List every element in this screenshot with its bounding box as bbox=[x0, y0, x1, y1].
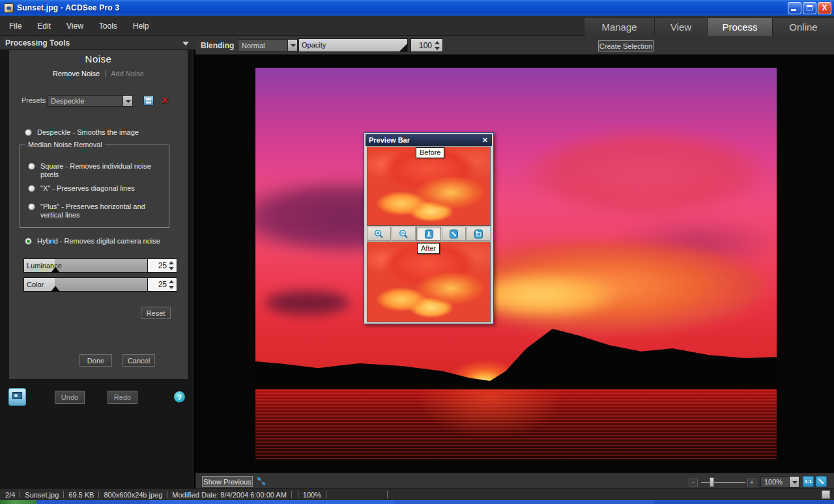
color-value-field[interactable]: 25 bbox=[147, 277, 177, 292]
blend-mode-select[interactable]: Normal bbox=[238, 39, 298, 51]
tab-add-noise[interactable]: Add Noise bbox=[111, 70, 144, 77]
tab-manage[interactable]: Manage bbox=[584, 18, 654, 36]
zoom-slider-track[interactable] bbox=[701, 482, 745, 483]
start-button-edge[interactable] bbox=[0, 500, 36, 504]
opacity-spinner[interactable] bbox=[435, 41, 440, 50]
plus-radio[interactable] bbox=[28, 203, 35, 210]
pin-icon bbox=[424, 229, 434, 239]
opacity-label: Opacity bbox=[302, 41, 326, 49]
fit-image-button[interactable] bbox=[442, 227, 466, 241]
fit-image-button-bottom[interactable] bbox=[816, 476, 827, 487]
titlebar: Sunset.jpg - ACDSee Pro 3 X bbox=[0, 0, 834, 16]
sunset-photo bbox=[255, 68, 777, 460]
luminance-value: 25 bbox=[158, 261, 167, 270]
status-modified: Modified Date: 8/4/2004 6:00:00 AM bbox=[172, 491, 287, 499]
before-preview-image bbox=[367, 147, 491, 226]
minimize-button[interactable] bbox=[788, 2, 801, 14]
despeckle-radio[interactable] bbox=[25, 129, 32, 136]
luminance-slider[interactable]: Luminance bbox=[23, 259, 147, 273]
tab-process[interactable]: Process bbox=[707, 18, 772, 36]
zoom-slider-thumb[interactable] bbox=[710, 477, 714, 487]
minimize-icon bbox=[791, 9, 796, 11]
color-slider[interactable]: Color bbox=[23, 277, 147, 292]
plus-label: "Plus" - Preserves horizontal and vertic… bbox=[40, 203, 158, 219]
actual-size-button[interactable] bbox=[467, 227, 491, 241]
restore-button[interactable] bbox=[803, 2, 816, 14]
color-slider-thumb[interactable] bbox=[51, 286, 60, 292]
tab-view[interactable]: View bbox=[654, 18, 707, 36]
despeckle-radio-row[interactable]: Despeckle - Smooths the image bbox=[25, 128, 175, 137]
undo-button[interactable]: Undo bbox=[55, 391, 85, 404]
color-spinner[interactable] bbox=[169, 280, 175, 289]
delete-preset-icon[interactable]: ✕ bbox=[160, 95, 170, 105]
resize-arrows-icon[interactable] bbox=[256, 476, 266, 486]
after-label: After bbox=[417, 243, 440, 254]
create-selection-button[interactable]: Create Selection bbox=[598, 40, 654, 51]
group-title: Median Noise Removal bbox=[25, 141, 105, 148]
opacity-value: 100 bbox=[419, 41, 432, 50]
pin-preview-button[interactable] bbox=[416, 227, 440, 241]
fit-arrow-icon bbox=[818, 478, 825, 485]
zoom-in-button-bottom[interactable]: + bbox=[747, 479, 756, 486]
status-grip-icon bbox=[822, 490, 830, 499]
mode-tabs: Manage View Process Online bbox=[584, 18, 834, 36]
zoom-level-select[interactable]: 100% bbox=[760, 476, 799, 488]
plus-radio-row[interactable]: "Plus" - Preserves horizontal and vertic… bbox=[28, 203, 158, 219]
sidebar: Noise Remove Noise Add Noise Presets Des… bbox=[0, 50, 195, 488]
color-value: 25 bbox=[158, 280, 167, 289]
opacity-slider[interactable]: Opacity bbox=[298, 38, 408, 52]
reset-button[interactable]: Reset bbox=[141, 307, 171, 319]
menu-tools[interactable]: Tools bbox=[99, 21, 117, 31]
menu-help[interactable]: Help bbox=[133, 21, 149, 31]
tab-remove-noise[interactable]: Remove Noise bbox=[53, 70, 100, 77]
hybrid-radio[interactable] bbox=[25, 238, 32, 245]
opacity-value-field[interactable]: 100 bbox=[410, 38, 443, 52]
presets-dropdown-icon[interactable] bbox=[122, 96, 132, 106]
help-icon[interactable]: ? bbox=[174, 391, 185, 402]
menu-file[interactable]: File bbox=[9, 21, 22, 31]
actual-size-button-bottom[interactable]: 1:1 bbox=[803, 476, 814, 487]
presets-select[interactable]: Despeckle bbox=[47, 95, 133, 107]
tab-online[interactable]: Online bbox=[772, 18, 834, 36]
square-radio-row[interactable]: Square - Removes individual noise pixels bbox=[28, 162, 165, 179]
zoom-out-button[interactable] bbox=[392, 227, 416, 241]
hybrid-radio-row[interactable]: Hybrid - Removes digital camera noise bbox=[25, 237, 181, 245]
processing-tools-label: Processing Tools bbox=[5, 38, 70, 48]
luminance-slider-thumb[interactable] bbox=[51, 267, 60, 273]
preview-bar-titlebar[interactable]: Preview Bar ✕ bbox=[366, 134, 492, 146]
zoom-level-value: 100% bbox=[761, 478, 789, 486]
show-previous-button[interactable]: Show Previous bbox=[202, 476, 253, 487]
done-button[interactable]: Done bbox=[79, 354, 112, 367]
preview-bar-dialog: Preview Bar ✕ Before bbox=[364, 132, 494, 324]
x-radio[interactable] bbox=[28, 185, 35, 192]
luminance-spinner[interactable] bbox=[169, 261, 175, 270]
status-position: 2/4 bbox=[5, 491, 15, 499]
chevron-down-icon bbox=[182, 42, 189, 46]
menubar: File Edit View Tools Help Manage View Pr… bbox=[0, 16, 834, 36]
before-label: Before bbox=[416, 147, 444, 158]
blend-mode-dropdown-icon[interactable] bbox=[287, 40, 297, 51]
save-preset-icon[interactable] bbox=[143, 96, 154, 105]
opacity-slider-handle[interactable] bbox=[399, 44, 407, 51]
luminance-value-field[interactable]: 25 bbox=[147, 259, 177, 273]
x-radio-row[interactable]: "X" - Preserves diagonal lines bbox=[28, 184, 165, 193]
square-radio[interactable] bbox=[28, 163, 35, 170]
zoom-in-button[interactable] bbox=[367, 227, 391, 241]
menu-view[interactable]: View bbox=[66, 21, 83, 31]
fit-image-icon bbox=[449, 229, 459, 239]
preview-bar-close-icon[interactable]: ✕ bbox=[482, 136, 488, 145]
cancel-button[interactable]: Cancel bbox=[122, 354, 155, 367]
close-button[interactable]: X bbox=[818, 2, 831, 14]
status-filesize: 69.5 KB bbox=[68, 491, 94, 499]
zoom-dropdown-icon[interactable] bbox=[789, 477, 799, 487]
status-zoom: 100% bbox=[303, 491, 321, 499]
redo-button[interactable]: Redo bbox=[108, 391, 137, 404]
menu-edit[interactable]: Edit bbox=[37, 21, 51, 31]
blend-mode-value: Normal bbox=[238, 42, 287, 49]
preview-toggle-button[interactable] bbox=[8, 388, 26, 406]
zoom-out-button-bottom[interactable]: − bbox=[689, 479, 698, 486]
preset-value: Despeckle bbox=[48, 97, 122, 105]
status-bar: 2/4 Sunset.jpg 69.5 KB 800x600x24b jpeg … bbox=[0, 488, 834, 500]
processing-tools-header[interactable]: Processing Tools bbox=[0, 36, 195, 50]
color-slider-row: Color 25 bbox=[23, 277, 177, 292]
